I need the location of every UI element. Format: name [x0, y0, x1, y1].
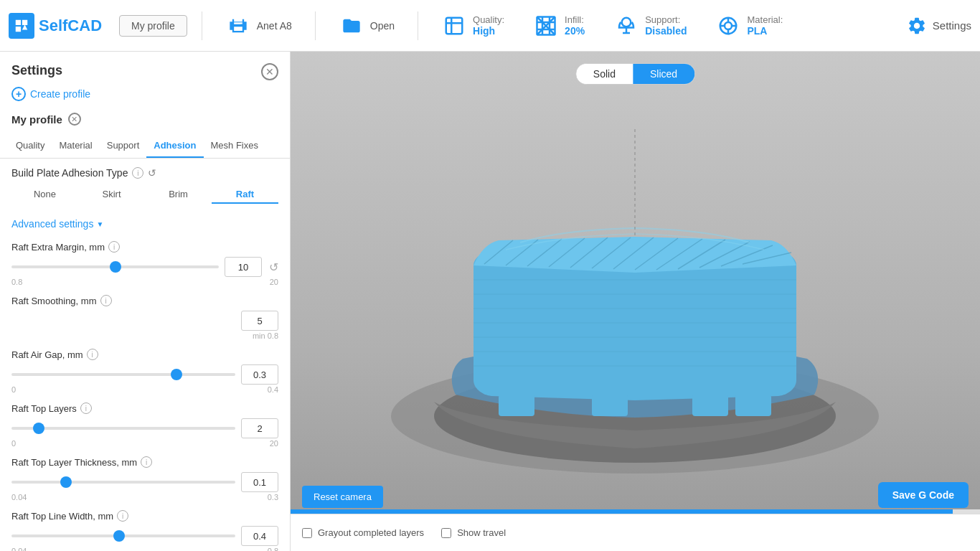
my-profile-row: My profile ✕ — [0, 110, 290, 134]
remove-profile-button[interactable]: ✕ — [68, 113, 81, 126]
show-travel-label: Show travel — [457, 527, 506, 538]
slider-container — [11, 423, 235, 434]
divider-3 — [418, 11, 418, 40]
raft-margin-value: 10 — [225, 257, 262, 277]
advanced-settings-toggle[interactable]: Advanced settings ▼ — [0, 215, 290, 237]
raft-toplayers-slider[interactable] — [11, 427, 235, 430]
param-info-icon[interactable]: i — [87, 349, 98, 360]
view-sliced-button[interactable]: Sliced — [633, 64, 694, 84]
settings-button[interactable]: Settings — [907, 16, 971, 36]
support-text: Support: Disabled — [645, 14, 687, 37]
build-plate-section: Build Plate Adhesion Type i ↺ None Skirt… — [0, 159, 290, 215]
tab-adhesion[interactable]: Adhesion — [146, 134, 203, 158]
param-info-icon[interactable]: i — [117, 510, 128, 522]
scene-svg — [291, 52, 980, 551]
bottom-bar: Grayout completed layers Show travel — [291, 514, 980, 551]
logo: SelfCAD — [9, 13, 102, 39]
logo-text: SelfCAD — [39, 17, 102, 35]
raft-topthickness-slider[interactable] — [11, 481, 235, 484]
param-info-icon[interactable]: i — [100, 295, 112, 306]
settings-title: Settings — [11, 63, 62, 78]
raft-airgap-value: 0.3 — [241, 364, 278, 385]
support-icon — [613, 13, 639, 39]
adhesion-none[interactable]: None — [11, 186, 78, 204]
reset-camera-button[interactable]: Reset camera — [302, 486, 383, 508]
show-travel-checkbox[interactable] — [441, 528, 451, 538]
range-labels: 0.040.8 — [11, 547, 278, 551]
settings-header: Settings ✕ — [0, 52, 290, 84]
svg-rect-44 — [692, 395, 728, 416]
raft-linewidth-slider[interactable] — [11, 534, 235, 537]
create-profile-label: Create profile — [30, 88, 90, 100]
svg-rect-45 — [735, 395, 771, 416]
adhesion-options: None Skirt Brim Raft — [11, 186, 278, 204]
raft-linewidth-value: 0.4 — [241, 526, 278, 546]
param-raft-smoothing: Raft Smoothing, mm i 5 min 0.8 — [0, 291, 290, 344]
close-panel-button[interactable]: ✕ — [261, 63, 278, 80]
plus-icon: + — [11, 87, 26, 101]
material-stat[interactable]: Material: PLA — [707, 10, 791, 42]
param-info-icon[interactable]: i — [80, 402, 92, 414]
param-label: Raft Top Line Width, mm i — [11, 510, 278, 522]
grayout-label: Grayout completed layers — [318, 527, 424, 538]
logo-icon — [9, 13, 34, 39]
my-profile-button[interactable]: My profile — [119, 15, 187, 37]
open-tool[interactable]: Open — [330, 10, 403, 42]
quality-icon — [441, 13, 467, 39]
param-raft-top-layers: Raft Top Layers i 2 020 — [0, 398, 290, 452]
support-stat[interactable]: Support: Disabled — [605, 10, 695, 42]
tab-mesh-fixes[interactable]: Mesh Fixes — [204, 134, 265, 158]
raft-margin-reset[interactable]: ↺ — [269, 260, 278, 274]
quality-text: Quality: High — [473, 14, 504, 37]
param-label: Raft Air Gap, mm i — [11, 349, 278, 360]
range-labels: 0.820 — [11, 278, 278, 286]
param-label: Raft Extra Margin, mm i — [11, 241, 278, 253]
infill-icon — [533, 13, 559, 39]
tabs-container: Quality Material Support Adhesion Mesh F… — [0, 134, 290, 159]
build-plate-info-icon[interactable]: i — [132, 167, 143, 179]
quality-stat[interactable]: Quality: High — [433, 10, 513, 42]
printer-label: Anet A8 — [257, 20, 292, 32]
viewport[interactable]: Solid Sliced — [291, 52, 980, 551]
adhesion-raft[interactable]: Raft — [212, 186, 278, 204]
svg-point-11 — [622, 17, 631, 27]
adhesion-skirt[interactable]: Skirt — [78, 186, 145, 204]
slider-container — [11, 261, 219, 273]
svg-point-15 — [725, 22, 732, 29]
printer-tool[interactable]: Anet A8 — [217, 10, 301, 42]
grayout-checkbox[interactable] — [302, 528, 312, 538]
adhesion-brim[interactable]: Brim — [145, 186, 212, 204]
material-icon — [715, 13, 741, 39]
show-travel-checkbox-item: Show travel — [441, 527, 506, 538]
build-plate-label: Build Plate Adhesion Type i ↺ — [11, 167, 278, 179]
svg-rect-1 — [446, 17, 463, 34]
param-label: Raft Top Layer Thickness, mm i — [11, 456, 278, 468]
range-labels: 0.040.3 — [11, 493, 278, 501]
raft-toplayers-value: 2 — [241, 418, 278, 438]
min-label: min 0.8 — [11, 331, 278, 340]
build-plate-reset-icon[interactable]: ↺ — [148, 167, 156, 179]
raft-margin-slider[interactable] — [11, 265, 219, 268]
advanced-settings-button[interactable]: Advanced settings ▼ — [11, 218, 103, 230]
svg-rect-43 — [592, 395, 628, 416]
raft-airgap-slider[interactable] — [11, 373, 235, 376]
save-gcode-button[interactable]: Save G Code — [878, 482, 969, 508]
open-folder-icon — [339, 13, 364, 39]
param-raft-air-gap: Raft Air Gap, mm i 0.3 00.4 — [0, 344, 290, 398]
svg-rect-42 — [499, 395, 534, 416]
create-profile-button[interactable]: + Create profile — [0, 84, 290, 110]
grayout-checkbox-item: Grayout completed layers — [302, 527, 424, 538]
param-info-icon[interactable]: i — [108, 241, 120, 253]
param-label: Raft Top Layers i — [11, 402, 278, 414]
slider-container — [11, 369, 235, 380]
view-toggle: Solid Sliced — [575, 63, 695, 85]
param-info-icon[interactable]: i — [141, 456, 152, 468]
tab-quality[interactable]: Quality — [9, 134, 52, 158]
tab-material[interactable]: Material — [52, 134, 99, 158]
view-solid-button[interactable]: Solid — [576, 64, 633, 84]
tab-support[interactable]: Support — [100, 134, 147, 158]
infill-stat[interactable]: Infill: 20% — [524, 10, 593, 42]
divider-2 — [315, 11, 316, 40]
slider-container — [11, 476, 235, 488]
range-labels: 00.4 — [11, 385, 278, 394]
